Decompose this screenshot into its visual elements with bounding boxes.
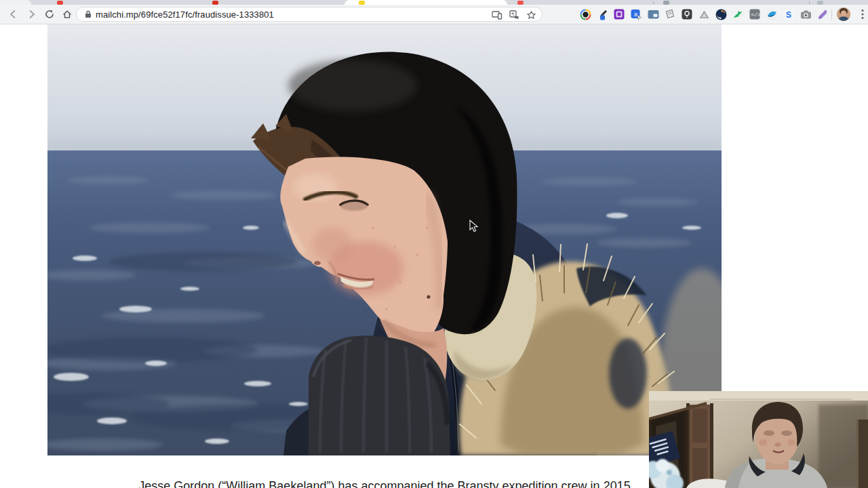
green-bird-extension-icon[interactable] <box>732 8 744 20</box>
purple-app-extension-icon[interactable] <box>613 8 625 20</box>
lock-icon <box>85 10 92 18</box>
tab-strip[interactable] <box>0 0 868 5</box>
translator-extension-icon[interactable]: a <box>630 8 642 20</box>
reload-icon <box>44 9 55 20</box>
code-extension-icon[interactable]: </> <box>749 8 761 20</box>
send-to-device-icon[interactable] <box>492 10 502 20</box>
tab-divider <box>653 1 654 4</box>
photo-caption: Jesse Gordon (“William Baekeland”) has a… <box>47 479 722 488</box>
bookmark-star-icon[interactable] <box>526 10 536 20</box>
translate-icon[interactable] <box>509 10 519 20</box>
address-bar[interactable]: mailchi.mp/69fce52f17fc/fraudissue-13338… <box>76 7 542 22</box>
svg-text:</>: </> <box>751 12 761 18</box>
pen-extension-icon[interactable] <box>816 8 829 20</box>
browser-toolbar: mailchi.mp/69fce52f17fc/fraudissue-13338… <box>0 5 868 24</box>
back-arrow-icon <box>11 11 15 18</box>
url-text[interactable]: mailchi.mp/69fce52f17fc/fraudissue-13338… <box>96 9 274 20</box>
tab-strip-left-edge <box>0 0 31 5</box>
webcam-overlay <box>649 391 868 488</box>
browser-window: mailchi.mp/69fce52f17fc/fraudissue-13338… <box>0 0 868 488</box>
home-icon <box>62 9 73 20</box>
lens-extension-icon[interactable] <box>579 8 591 20</box>
picture-in-picture-extension-icon[interactable] <box>647 8 659 20</box>
swirl-extension-icon[interactable] <box>715 8 727 20</box>
door <box>686 403 713 488</box>
notes-extension-icon[interactable] <box>664 8 676 20</box>
article-hero-photo <box>47 24 722 455</box>
kebab-menu-icon <box>861 9 864 20</box>
omnibox-actions <box>492 7 536 22</box>
active-tab[interactable] <box>344 0 507 5</box>
eyedropper-extension-icon[interactable] <box>596 8 608 20</box>
wave-extension-icon[interactable] <box>766 8 778 20</box>
triangle-extension-icon[interactable] <box>698 8 710 20</box>
toolbar-divider <box>831 9 832 20</box>
camera-extension-icon[interactable] <box>800 8 812 20</box>
s-logo-extension-icon[interactable]: S <box>783 8 795 20</box>
profile-avatar[interactable] <box>837 7 850 21</box>
reload-button[interactable] <box>42 7 57 22</box>
forward-button[interactable] <box>24 7 39 22</box>
kebab-menu-button[interactable] <box>856 8 868 20</box>
back-button[interactable] <box>5 7 20 22</box>
mouse-cursor <box>469 220 479 232</box>
tab-divider <box>809 1 810 4</box>
lightbulb-extension-icon[interactable] <box>681 8 693 20</box>
svg-text:a: a <box>634 11 637 18</box>
avatar-photo <box>837 7 850 21</box>
furniture-right <box>858 420 868 488</box>
home-button[interactable] <box>60 7 75 22</box>
forward-arrow-icon <box>31 11 35 18</box>
svg-text:S: S <box>786 10 791 20</box>
